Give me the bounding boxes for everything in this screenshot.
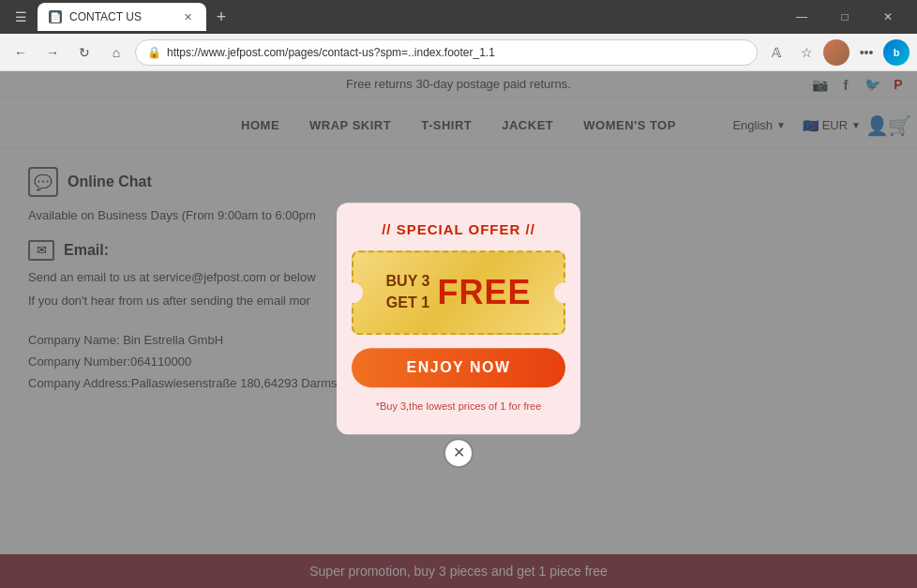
special-offer-modal: // SPECIAL OFFER // BUY 3 GET 1 FREE ENJ…: [337, 203, 580, 434]
free-text: FREE: [437, 273, 531, 312]
fine-print-text: *Buy 3,the lowest prices of 1 for free: [376, 400, 542, 412]
tab-title: CONTACT US: [69, 10, 142, 23]
back-btn[interactable]: ←: [8, 39, 34, 66]
sidebar-toggle-btn[interactable]: ☰: [8, 4, 34, 30]
active-tab[interactable]: 📄 CONTACT US ✕: [38, 3, 206, 31]
forward-btn[interactable]: →: [39, 39, 66, 66]
close-icon: ✕: [453, 444, 465, 461]
read-mode-btn[interactable]: 𝔸: [763, 39, 789, 66]
modal-close-btn[interactable]: ✕: [443, 438, 474, 468]
buy-text: BUY 3: [386, 271, 430, 292]
more-options-btn[interactable]: •••: [853, 39, 879, 66]
tab-bar: ☰ 📄 CONTACT US ✕ + — □ ✕: [0, 0, 917, 34]
edge-copilot-btn[interactable]: b: [883, 39, 909, 66]
tab-close-btn[interactable]: ✕: [180, 9, 195, 24]
close-btn[interactable]: ✕: [866, 0, 909, 34]
coupon-right-notch: [554, 282, 575, 303]
enjoy-now-button[interactable]: ENJOY NOW: [352, 348, 565, 387]
browser-chrome: ☰ 📄 CONTACT US ✕ + — □ ✕ ← → ↻ ⌂ 🔒 https…: [0, 0, 917, 71]
refresh-btn[interactable]: ↻: [71, 39, 98, 66]
new-tab-btn[interactable]: +: [208, 4, 234, 30]
nav-right-controls: 𝔸 ☆ ••• b: [763, 39, 909, 66]
restore-btn[interactable]: □: [823, 0, 866, 34]
window-controls: — □ ✕: [780, 0, 909, 34]
lock-icon: 🔒: [147, 46, 161, 59]
modal-title: // SPECIAL OFFER //: [382, 221, 535, 237]
tab-favicon-icon: 📄: [49, 10, 62, 23]
favorites-btn[interactable]: ☆: [793, 39, 819, 66]
coupon-left-notch: [342, 282, 363, 303]
minimize-btn[interactable]: —: [780, 0, 823, 34]
buy-get-text: BUY 3 GET 1: [386, 271, 430, 313]
get-text: GET 1: [386, 293, 430, 313]
coupon-card: BUY 3 GET 1 FREE: [352, 250, 565, 335]
tab-group: 📄 CONTACT US ✕ +: [38, 3, 773, 31]
coupon-content: BUY 3 GET 1 FREE: [386, 271, 532, 313]
page-content: Free returns 30-day postage paid returns…: [0, 71, 917, 588]
profile-avatar[interactable]: [823, 39, 849, 66]
address-bar[interactable]: 🔒 https://www.jefpost.com/pages/contact-…: [135, 39, 758, 66]
url-text: https://www.jefpost.com/pages/contact-us…: [167, 46, 745, 59]
browser-controls-left: ☰: [8, 4, 34, 30]
home-btn[interactable]: ⌂: [103, 39, 129, 66]
nav-bar: ← → ↻ ⌂ 🔒 https://www.jefpost.com/pages/…: [0, 34, 917, 71]
